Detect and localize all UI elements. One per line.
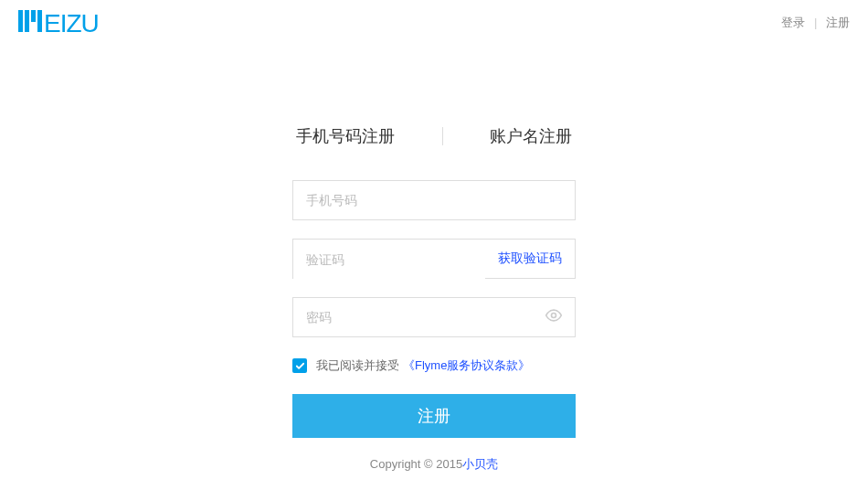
link-separator: | (814, 16, 817, 29)
phone-input-group (292, 180, 576, 220)
header: EIZU 登录 | 注册 (0, 0, 868, 38)
header-links: 登录 | 注册 (781, 15, 850, 31)
copyright-text: Copyright © 2015 (370, 457, 462, 471)
tab-phone-register[interactable]: 手机号码注册 (292, 125, 398, 147)
svg-rect-0 (18, 10, 23, 32)
copyright: Copyright © 2015小贝壳 (292, 456, 576, 473)
register-link[interactable]: 注册 (826, 16, 850, 29)
login-link[interactable]: 登录 (781, 16, 805, 29)
register-form: 手机号码注册 账户名注册 获取验证码 我已阅读并接受 《Flyme服务协议条款》… (292, 125, 576, 473)
svg-point-4 (552, 314, 556, 318)
verify-input-group: 获取验证码 (292, 239, 576, 279)
svg-rect-2 (31, 10, 36, 22)
register-submit-button[interactable]: 注册 (292, 394, 576, 438)
phone-input[interactable] (292, 180, 576, 220)
eye-icon[interactable] (545, 306, 563, 328)
copyright-link[interactable]: 小贝壳 (462, 457, 498, 471)
verify-code-input[interactable] (293, 240, 485, 280)
logo-icon (18, 9, 42, 38)
agreement-link[interactable]: 《Flyme服务协议条款》 (403, 357, 530, 374)
agreement-row: 我已阅读并接受 《Flyme服务协议条款》 (292, 357, 576, 374)
agreement-text: 我已阅读并接受 (316, 357, 399, 374)
svg-rect-1 (25, 10, 29, 32)
meizu-logo: EIZU (18, 9, 99, 38)
tab-divider (442, 127, 443, 145)
register-tabs: 手机号码注册 账户名注册 (292, 125, 576, 147)
password-input-group (292, 297, 576, 337)
get-verify-code-button[interactable]: 获取验证码 (485, 240, 575, 278)
agreement-checkbox[interactable] (292, 358, 307, 373)
password-input[interactable] (292, 297, 576, 337)
tab-username-register[interactable]: 账户名注册 (486, 125, 576, 147)
svg-rect-3 (37, 10, 42, 32)
